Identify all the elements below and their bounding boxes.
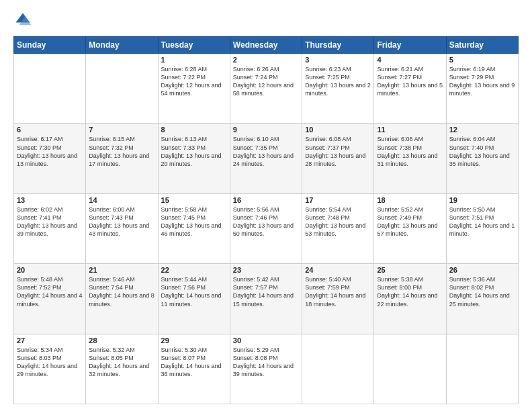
day-number: 19 — [449, 196, 515, 204]
day-info: Sunrise: 5:46 AM Sunset: 7:54 PM Dayligh… — [89, 275, 154, 308]
day-number: 5 — [449, 56, 515, 64]
day-info: Sunrise: 6:10 AM Sunset: 7:35 PM Dayligh… — [233, 135, 299, 168]
calendar-cell: 5Sunrise: 6:19 AM Sunset: 7:29 PM Daylig… — [446, 54, 518, 124]
calendar-cell: 9Sunrise: 6:10 AM Sunset: 7:35 PM Daylig… — [230, 124, 302, 193]
day-number: 6 — [17, 126, 83, 134]
day-info: Sunrise: 5:42 AM Sunset: 7:57 PM Dayligh… — [233, 275, 299, 308]
calendar-cell: 29Sunrise: 5:30 AM Sunset: 8:07 PM Dayli… — [158, 334, 230, 404]
week-row-1: 1Sunrise: 6:28 AM Sunset: 7:22 PM Daylig… — [14, 54, 519, 124]
day-number: 12 — [449, 126, 515, 134]
calendar-cell: 30Sunrise: 5:29 AM Sunset: 8:08 PM Dayli… — [230, 334, 302, 404]
calendar-cell: 26Sunrise: 5:36 AM Sunset: 8:02 PM Dayli… — [446, 264, 518, 334]
calendar-cell: 23Sunrise: 5:42 AM Sunset: 7:57 PM Dayli… — [230, 264, 302, 334]
calendar-cell: 3Sunrise: 6:23 AM Sunset: 7:25 PM Daylig… — [302, 54, 374, 124]
calendar-cell: 16Sunrise: 5:56 AM Sunset: 7:46 PM Dayli… — [230, 193, 302, 263]
logo-icon — [13, 11, 32, 30]
day-number: 4 — [377, 56, 443, 64]
calendar-cell: 28Sunrise: 5:32 AM Sunset: 8:05 PM Dayli… — [86, 334, 158, 404]
day-info: Sunrise: 5:32 AM Sunset: 8:05 PM Dayligh… — [89, 346, 154, 379]
week-row-3: 13Sunrise: 6:02 AM Sunset: 7:41 PM Dayli… — [14, 193, 519, 263]
day-number: 7 — [89, 126, 154, 134]
calendar-cell: 22Sunrise: 5:44 AM Sunset: 7:56 PM Dayli… — [158, 264, 230, 334]
day-info: Sunrise: 6:15 AM Sunset: 7:32 PM Dayligh… — [89, 135, 154, 168]
day-info: Sunrise: 6:02 AM Sunset: 7:41 PM Dayligh… — [17, 205, 83, 238]
calendar-cell: 11Sunrise: 6:06 AM Sunset: 7:38 PM Dayli… — [374, 124, 446, 193]
calendar-cell: 25Sunrise: 5:38 AM Sunset: 8:00 PM Dayli… — [374, 264, 446, 334]
calendar-cell — [86, 54, 158, 124]
weekday-header-saturday: Saturday — [446, 37, 518, 54]
day-number: 23 — [233, 266, 299, 274]
weekday-header-tuesday: Tuesday — [158, 37, 230, 54]
day-number: 21 — [89, 266, 154, 274]
day-info: Sunrise: 6:06 AM Sunset: 7:38 PM Dayligh… — [377, 135, 443, 168]
day-info: Sunrise: 6:26 AM Sunset: 7:24 PM Dayligh… — [233, 65, 299, 98]
day-number: 9 — [233, 126, 299, 134]
day-info: Sunrise: 5:44 AM Sunset: 7:56 PM Dayligh… — [161, 275, 227, 308]
day-number: 2 — [233, 56, 299, 64]
day-number: 16 — [233, 196, 299, 204]
day-number: 8 — [161, 126, 227, 134]
page: SundayMondayTuesdayWednesdayThursdayFrid… — [0, 0, 532, 411]
day-number: 26 — [449, 266, 515, 274]
day-number: 1 — [161, 56, 227, 64]
day-info: Sunrise: 6:17 AM Sunset: 7:30 PM Dayligh… — [17, 135, 83, 168]
day-info: Sunrise: 5:52 AM Sunset: 7:49 PM Dayligh… — [377, 205, 443, 238]
calendar-cell — [14, 54, 86, 124]
day-number: 13 — [17, 196, 83, 204]
week-row-2: 6Sunrise: 6:17 AM Sunset: 7:30 PM Daylig… — [14, 124, 519, 193]
day-info: Sunrise: 5:54 AM Sunset: 7:48 PM Dayligh… — [305, 205, 371, 238]
calendar-cell: 10Sunrise: 6:08 AM Sunset: 7:37 PM Dayli… — [302, 124, 374, 193]
day-info: Sunrise: 6:00 AM Sunset: 7:43 PM Dayligh… — [89, 205, 154, 238]
calendar-cell: 20Sunrise: 5:48 AM Sunset: 7:52 PM Dayli… — [14, 264, 86, 334]
calendar-cell — [446, 334, 518, 404]
day-info: Sunrise: 5:29 AM Sunset: 8:08 PM Dayligh… — [233, 346, 299, 379]
weekday-header-sunday: Sunday — [14, 37, 86, 54]
calendar-cell: 1Sunrise: 6:28 AM Sunset: 7:22 PM Daylig… — [158, 54, 230, 124]
day-info: Sunrise: 5:34 AM Sunset: 8:03 PM Dayligh… — [17, 346, 83, 379]
day-number: 18 — [377, 196, 443, 204]
day-number: 29 — [161, 336, 227, 345]
day-number: 14 — [89, 196, 154, 204]
day-info: Sunrise: 5:36 AM Sunset: 8:02 PM Dayligh… — [449, 275, 515, 308]
day-number: 3 — [305, 56, 371, 64]
week-row-4: 20Sunrise: 5:48 AM Sunset: 7:52 PM Dayli… — [14, 264, 519, 334]
calendar-cell: 2Sunrise: 6:26 AM Sunset: 7:24 PM Daylig… — [230, 54, 302, 124]
day-number: 10 — [305, 126, 371, 134]
day-info: Sunrise: 5:40 AM Sunset: 7:59 PM Dayligh… — [305, 275, 371, 308]
day-info: Sunrise: 5:48 AM Sunset: 7:52 PM Dayligh… — [17, 275, 83, 308]
calendar-cell: 17Sunrise: 5:54 AM Sunset: 7:48 PM Dayli… — [302, 193, 374, 263]
weekday-header-thursday: Thursday — [302, 37, 374, 54]
day-number: 25 — [377, 266, 443, 274]
calendar-cell: 19Sunrise: 5:50 AM Sunset: 7:51 PM Dayli… — [446, 193, 518, 263]
day-info: Sunrise: 6:28 AM Sunset: 7:22 PM Dayligh… — [161, 65, 227, 98]
calendar-cell: 12Sunrise: 6:04 AM Sunset: 7:40 PM Dayli… — [446, 124, 518, 193]
day-info: Sunrise: 6:21 AM Sunset: 7:27 PM Dayligh… — [377, 65, 443, 98]
calendar-cell: 13Sunrise: 6:02 AM Sunset: 7:41 PM Dayli… — [14, 193, 86, 263]
calendar-cell: 24Sunrise: 5:40 AM Sunset: 7:59 PM Dayli… — [302, 264, 374, 334]
calendar-cell: 6Sunrise: 6:17 AM Sunset: 7:30 PM Daylig… — [14, 124, 86, 193]
logo — [13, 11, 35, 30]
day-info: Sunrise: 6:04 AM Sunset: 7:40 PM Dayligh… — [449, 135, 515, 168]
calendar-cell — [302, 334, 374, 404]
day-number: 27 — [17, 336, 83, 345]
calendar-table: SundayMondayTuesdayWednesdayThursdayFrid… — [13, 36, 519, 404]
day-info: Sunrise: 6:08 AM Sunset: 7:37 PM Dayligh… — [305, 135, 371, 168]
header — [13, 11, 519, 30]
day-number: 22 — [161, 266, 227, 274]
calendar-cell: 4Sunrise: 6:21 AM Sunset: 7:27 PM Daylig… — [374, 54, 446, 124]
day-number: 17 — [305, 196, 371, 204]
day-number: 11 — [377, 126, 443, 134]
day-info: Sunrise: 5:56 AM Sunset: 7:46 PM Dayligh… — [233, 205, 299, 238]
day-info: Sunrise: 5:58 AM Sunset: 7:45 PM Dayligh… — [161, 205, 227, 238]
day-number: 20 — [17, 266, 83, 274]
day-number: 28 — [89, 336, 154, 345]
day-number: 24 — [305, 266, 371, 274]
calendar-cell: 15Sunrise: 5:58 AM Sunset: 7:45 PM Dayli… — [158, 193, 230, 263]
calendar-cell: 7Sunrise: 6:15 AM Sunset: 7:32 PM Daylig… — [86, 124, 158, 193]
day-info: Sunrise: 6:23 AM Sunset: 7:25 PM Dayligh… — [305, 65, 371, 98]
calendar-cell: 21Sunrise: 5:46 AM Sunset: 7:54 PM Dayli… — [86, 264, 158, 334]
day-number: 30 — [233, 336, 299, 345]
weekday-header-wednesday: Wednesday — [230, 37, 302, 54]
weekday-header-monday: Monday — [86, 37, 158, 54]
calendar-cell: 8Sunrise: 6:13 AM Sunset: 7:33 PM Daylig… — [158, 124, 230, 193]
